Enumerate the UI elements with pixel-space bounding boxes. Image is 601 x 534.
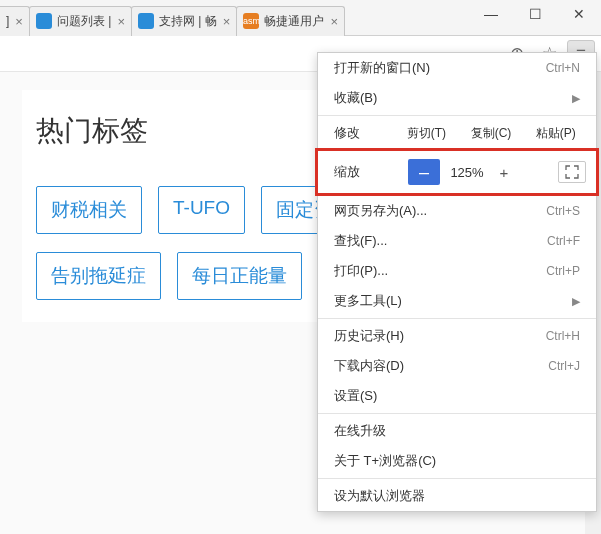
menu-item-set-default[interactable]: 设为默认浏览器 xyxy=(318,481,596,511)
fullscreen-icon xyxy=(565,165,579,179)
menu-item-zoom: 缩放 – 125% + xyxy=(318,151,596,193)
tab-title: 问题列表 | xyxy=(57,13,111,30)
menu-label: 收藏(B) xyxy=(334,89,377,107)
menu-separator xyxy=(318,413,596,414)
menu-item-settings[interactable]: 设置(S) xyxy=(318,381,596,411)
menu-separator xyxy=(318,478,596,479)
menu-shortcut: Ctrl+S xyxy=(546,204,580,218)
menu-item-edit: 修改 剪切(T) 复制(C) 粘贴(P) xyxy=(318,118,596,148)
tab-title: ] xyxy=(6,14,9,28)
menu-item-history[interactable]: 历史记录(H) Ctrl+H xyxy=(318,321,596,351)
menu-item-new-window[interactable]: 打开新的窗口(N) Ctrl+N xyxy=(318,53,596,83)
menu-label: 历史记录(H) xyxy=(334,327,404,345)
zoom-value: 125% xyxy=(440,165,494,180)
paste-button[interactable]: 粘贴(P) xyxy=(523,125,588,142)
menu-shortcut: Ctrl+N xyxy=(546,61,580,75)
close-icon[interactable]: × xyxy=(223,14,231,29)
menu-shortcut: Ctrl+H xyxy=(546,329,580,343)
tab-0[interactable]: ] × xyxy=(0,6,30,36)
favicon-icon xyxy=(36,13,52,29)
menu-item-online-upgrade[interactable]: 在线升级 xyxy=(318,416,596,446)
menu-label: 修改 xyxy=(334,124,394,142)
chevron-right-icon: ▶ xyxy=(572,92,580,105)
copy-button[interactable]: 复制(C) xyxy=(459,125,524,142)
menu-item-print[interactable]: 打印(P)... Ctrl+P xyxy=(318,256,596,286)
chevron-right-icon: ▶ xyxy=(572,295,580,308)
menu-item-save-as[interactable]: 网页另存为(A)... Ctrl+S xyxy=(318,196,596,226)
cut-button[interactable]: 剪切(T) xyxy=(394,125,459,142)
minimize-button[interactable]: — xyxy=(469,0,513,28)
close-icon[interactable]: × xyxy=(330,14,338,29)
menu-label: 在线升级 xyxy=(334,422,386,440)
tab-2[interactable]: 支持网 | 畅 × xyxy=(131,6,237,36)
favicon-icon xyxy=(138,13,154,29)
zoom-in-button[interactable]: + xyxy=(494,164,514,181)
tab-3[interactable]: asm 畅捷通用户 × xyxy=(236,6,345,36)
menu-item-more-tools[interactable]: 更多工具(L) ▶ xyxy=(318,286,596,316)
menu-separator xyxy=(318,115,596,116)
menu-label: 网页另存为(A)... xyxy=(334,202,427,220)
zoom-row-highlight: 缩放 – 125% + xyxy=(315,148,599,196)
tab-title: 畅捷通用户 xyxy=(264,13,324,30)
fullscreen-button[interactable] xyxy=(558,161,586,183)
main-menu: 打开新的窗口(N) Ctrl+N 收藏(B) ▶ 修改 剪切(T) 复制(C) … xyxy=(317,52,597,512)
menu-label: 设置(S) xyxy=(334,387,377,405)
zoom-out-button[interactable]: – xyxy=(408,159,440,185)
tag-item[interactable]: 财税相关 xyxy=(36,186,142,234)
tag-item[interactable]: 每日正能量 xyxy=(177,252,302,300)
menu-label: 设为默认浏览器 xyxy=(334,487,425,505)
menu-item-favorites[interactable]: 收藏(B) ▶ xyxy=(318,83,596,113)
menu-label: 打印(P)... xyxy=(334,262,388,280)
tab-title: 支持网 | 畅 xyxy=(159,13,217,30)
menu-shortcut: Ctrl+J xyxy=(548,359,580,373)
menu-separator xyxy=(318,318,596,319)
favicon-icon: asm xyxy=(243,13,259,29)
tab-bar: ] × 问题列表 | × 支持网 | 畅 × asm 畅捷通用户 × — ☐ ✕ xyxy=(0,0,601,36)
menu-label: 缩放 xyxy=(334,163,408,181)
menu-shortcut: Ctrl+F xyxy=(547,234,580,248)
tag-item[interactable]: T-UFO xyxy=(158,186,245,234)
tag-item[interactable]: 告别拖延症 xyxy=(36,252,161,300)
window-controls: — ☐ ✕ xyxy=(469,0,601,28)
menu-label: 下载内容(D) xyxy=(334,357,404,375)
tab-1[interactable]: 问题列表 | × xyxy=(29,6,132,36)
menu-label: 查找(F)... xyxy=(334,232,387,250)
menu-item-downloads[interactable]: 下载内容(D) Ctrl+J xyxy=(318,351,596,381)
close-button[interactable]: ✕ xyxy=(557,0,601,28)
menu-item-find[interactable]: 查找(F)... Ctrl+F xyxy=(318,226,596,256)
close-icon[interactable]: × xyxy=(15,14,23,29)
menu-shortcut: Ctrl+P xyxy=(546,264,580,278)
menu-label: 更多工具(L) xyxy=(334,292,402,310)
menu-item-about[interactable]: 关于 T+浏览器(C) xyxy=(318,446,596,476)
maximize-button[interactable]: ☐ xyxy=(513,0,557,28)
menu-label: 打开新的窗口(N) xyxy=(334,59,430,77)
menu-label: 关于 T+浏览器(C) xyxy=(334,452,436,470)
close-icon[interactable]: × xyxy=(117,14,125,29)
